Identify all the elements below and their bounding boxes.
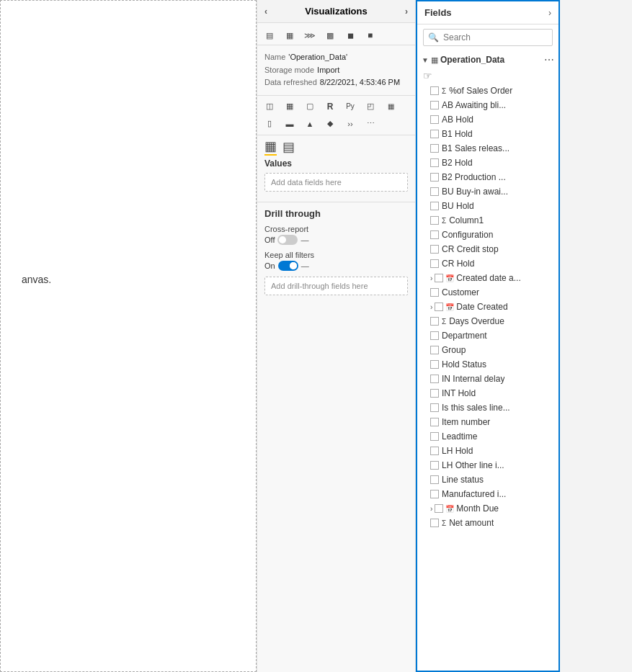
field-checkbox-cr-hold[interactable] [430,259,439,268]
viz-icon-bar[interactable]: ▤ [260,27,279,43]
field-checkbox-net-amount[interactable] [430,519,439,527]
field-name-lh-hold: LH Hold [442,446,473,456]
field-checkbox-cr-credit-stop[interactable] [430,245,439,254]
field-item-days-overdue[interactable]: Σ Days Overdue [417,314,558,328]
field-item-pct-sales-order[interactable]: Σ %of Sales Order [417,84,558,98]
viz-icon-line[interactable]: ⋙ [301,27,319,43]
viz-icon-ribbon[interactable]: ◾ [361,27,380,43]
viz-icon-map[interactable]: ▲ [301,116,319,132]
cross-report-toggle[interactable]: Off — [264,235,308,245]
field-checkbox-is-this[interactable] [430,403,439,412]
calendar-icon-date-created: 📅 [445,303,454,311]
field-checkbox-days-overdue[interactable] [430,317,439,326]
field-item-item-number[interactable]: Item number [417,415,558,429]
field-checkbox-ab-awaiting[interactable] [430,101,439,109]
viz-back-arrow[interactable]: ‹ [264,6,267,17]
viz-format-tab[interactable]: ▤ [282,139,295,155]
drill-drop-zone[interactable]: Add drill-through fields here [264,277,408,295]
viz-icon-more[interactable]: ›› [341,116,360,132]
viz-icons-row-2: ◫ ▦ ▢ R Py ◰ ▦ ▯ ▬ ▲ ◆ ›› ⋯ [257,96,415,135]
viz-icon-image[interactable]: ▬ [280,116,299,132]
field-item-configuration[interactable]: Configuration [417,228,558,242]
field-item-cr-hold[interactable]: CR Hold [417,256,558,271]
field-item-bu-buyin[interactable]: BU Buy-in awai... [417,184,558,199]
field-checkbox-in-internal-delay[interactable] [430,375,439,383]
viz-icon-r[interactable]: R [321,99,339,115]
viz-fields-tab[interactable]: ▦ [264,138,277,156]
viz-icon-table[interactable]: ◫ [260,99,279,115]
field-checkbox-item-number[interactable] [430,418,439,426]
field-checkbox-lh-hold[interactable] [430,447,439,455]
field-item-ab-hold[interactable]: AB Hold [417,112,558,127]
fields-arrow[interactable]: › [548,8,551,18]
field-item-cr-credit-stop[interactable]: CR Credit stop [417,242,558,256]
field-checkbox-bu-hold[interactable] [430,202,439,210]
field-item-customer[interactable]: Customer [417,285,558,300]
field-checkbox-b2-hold[interactable] [430,158,439,167]
field-group-created-date[interactable]: › 📅 Created date a... [417,271,558,285]
field-checkbox-department[interactable] [430,331,439,340]
viz-icon-custom[interactable]: ◰ [361,99,380,115]
keep-filters-toggle-circle[interactable] [278,261,298,271]
field-item-column1[interactable]: Σ Column1 [417,213,558,228]
field-item-lh-hold[interactable]: LH Hold [417,444,558,458]
field-item-b2-production[interactable]: B2 Production ... [417,170,558,184]
field-checkbox-int-hold[interactable] [430,389,439,398]
viz-icon-matrix[interactable]: ▦ [280,99,299,115]
field-item-b2-hold[interactable]: B2 Hold [417,156,558,170]
field-item-is-this[interactable]: Is this sales line... [417,400,558,415]
field-checkbox-created-date[interactable] [435,274,443,282]
field-item-lh-other[interactable]: LH Other line i... [417,458,558,472]
field-checkbox-hold-status[interactable] [430,360,439,369]
field-item-bu-hold[interactable]: BU Hold [417,199,558,213]
field-item-leadtime[interactable]: Leadtime [417,429,558,444]
field-checkbox-b2-production[interactable] [430,173,439,182]
field-item-group[interactable]: Group [417,343,558,357]
field-checkbox-pct-sales-order[interactable] [430,86,439,95]
field-checkbox-customer[interactable] [430,288,439,297]
field-checkbox-group[interactable] [430,346,439,354]
field-checkbox-b1-sales[interactable] [430,144,439,153]
field-group-date-created[interactable]: › 📅 Date Created [417,300,558,314]
field-name-configuration: Configuration [442,230,493,240]
viz-icon-area[interactable]: ◼ [341,27,360,43]
field-item-b1-hold[interactable]: B1 Hold [417,127,558,141]
viz-icon-ellipsis[interactable]: ⋯ [361,116,380,132]
viz-icon-combo[interactable]: ▩ [321,27,339,43]
field-checkbox-manufactured[interactable] [430,490,439,498]
field-item-manufactured[interactable]: Manufactured i... [417,487,558,501]
field-checkbox-b1-hold[interactable] [430,130,439,138]
field-group-month-due[interactable]: › 📅 Month Due [417,501,558,516]
field-checkbox-leadtime[interactable] [430,432,439,441]
viz-icon-speech[interactable]: ▯ [260,116,279,132]
viz-icon-column[interactable]: ▦ [280,27,299,43]
operation-data-group[interactable]: ▼ ▦ Operation_Data ⋯ [417,52,558,68]
field-checkbox-lh-other[interactable] [430,461,439,470]
values-drop-zone[interactable]: Add data fields here [264,173,408,192]
table-options[interactable]: ⋯ [544,54,554,66]
field-checkbox-line-status[interactable] [430,475,439,484]
field-item-in-internal-delay[interactable]: IN Internal delay [417,372,558,386]
field-checkbox-column1[interactable] [430,216,439,225]
field-checkbox-ab-hold[interactable] [430,115,439,124]
field-item-ab-awaiting[interactable]: AB Awaiting bli... [417,98,558,112]
field-item-hold-status[interactable]: Hold Status [417,357,558,372]
viz-icon-filled[interactable]: ◆ [321,116,339,132]
keep-filters-toggle[interactable]: On — [264,261,309,271]
field-item-net-amount[interactable]: Σ Net amount [417,516,558,530]
field-item-b1-sales[interactable]: B1 Sales releas... [417,141,558,156]
field-item-department[interactable]: Department [417,328,558,343]
viz-icon-q-and-a[interactable]: ▦ [381,99,400,115]
field-checkbox-configuration[interactable] [430,230,439,239]
search-input[interactable] [443,32,551,42]
field-checkbox-date-created[interactable] [435,303,443,311]
field-checkbox-month-due[interactable] [435,504,443,513]
fields-search-box[interactable]: 🔍 [423,29,553,46]
field-item-line-status[interactable]: Line status [417,472,558,487]
field-checkbox-bu-buyin[interactable] [430,187,439,196]
cross-report-toggle-circle[interactable] [277,235,298,245]
field-item-int-hold[interactable]: INT Hold [417,386,558,400]
viz-icon-card[interactable]: ▢ [301,99,319,115]
viz-forward-arrow[interactable]: › [405,6,408,17]
viz-icon-py[interactable]: Py [341,99,360,115]
